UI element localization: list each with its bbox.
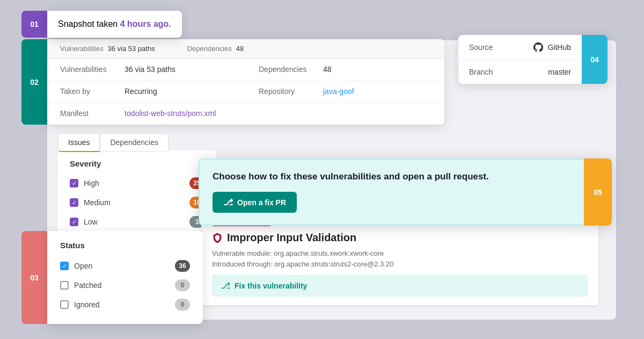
open-pr-button[interactable]: ⎇ Open a fix PR [213,192,297,213]
card-01-wrapper: 01 Snapshot taken 4 hours ago. [21,11,182,38]
card-02-header: Vulnerabilities36 via 53 paths Dependenc… [47,39,444,59]
card-01-content: Snapshot taken 4 hours ago. [47,11,182,38]
info-val-manifest[interactable]: todolist-web-struts/pom.xml [125,109,216,118]
info-row-takenby: Taken by Recurring [47,81,246,103]
source-value: GitHub [533,42,571,52]
tabs-area: Issues Dependencies [58,133,169,152]
tab-issues[interactable]: Issues [58,133,100,152]
card-03-content: Status Open 36 Patched 0 Ignored 0 [47,231,203,324]
card-03-wrapper: 03 Status Open 36 Patched 0 Ignored 0 [21,231,203,324]
severity-high-label: High [84,179,99,187]
severity-low-item: Low 1 [70,212,204,232]
vuln-desc1: Vulnerable module: org.apache.struts.xwo… [212,248,588,259]
info-lbl-repository: Repository [259,87,323,96]
info-val-repository[interactable]: java-goof [323,87,354,96]
severity-medium-item: Medium 10 [70,193,204,212]
tab-dependencies[interactable]: Dependencies [100,133,169,152]
status-patched-item: Patched 0 [60,276,190,295]
status-open-label: Open [74,262,92,270]
shield-icon [212,233,223,243]
info-row-repository: Repository java-goof [246,81,444,103]
fix-link[interactable]: ⎇ Fix this vulnerability [212,275,588,297]
status-ignored-count: 0 [175,299,190,311]
checkbox-medium[interactable] [70,198,78,207]
card-04-wrapper: Source GitHub Branch master 04 [458,35,608,84]
info-row-manifest: Manifest todolist-web-struts/pom.xml [47,103,444,125]
branch-label: Branch [469,68,548,76]
checkbox-high[interactable] [70,179,78,187]
pr-icon: ⎇ [223,197,233,207]
card-02-wrapper: 02 Vulnerabilities36 via 53 paths Depend… [21,39,444,125]
header-vuln-label: Vulnerabilities36 via 53 paths [60,45,155,53]
card-05-content: Choose how to fix these vulnerabilities … [199,158,584,226]
severity-high-item: High 25 [70,174,204,193]
status-patched-count: 0 [175,279,190,291]
info-lbl-manifest: Manifest [60,109,125,118]
header-dep-label: Dependencies48 [187,45,244,53]
info-lbl-takenby: Taken by [60,87,125,96]
info-row-dependencies: Dependencies 48 [246,59,444,81]
github-icon [533,42,543,52]
info-grid: Vulnerabilities 36 via 53 paths Dependen… [47,59,444,125]
snapshot-text: Snapshot taken 4 hours ago. [58,19,171,28]
fix-icon: ⎇ [221,280,230,291]
status-open-count: 36 [175,260,190,272]
status-open-item: Open 36 [60,256,190,276]
severity-low-label: Low [84,218,98,226]
severity-medium-label: Medium [84,198,111,207]
badge-04: 04 [582,35,608,84]
card-02-content: Vulnerabilities36 via 53 paths Dependenc… [47,39,444,125]
card-05-wrapper: Choose how to fix these vulnerabilities … [199,158,612,226]
source-row-branch: Branch master [458,60,582,84]
status-patched-label: Patched [74,281,101,290]
branch-value: master [548,68,571,76]
badge-02: 02 [21,39,47,125]
severity-title: Severity [70,159,204,168]
status-title: Status [60,241,190,250]
badge-01: 01 [21,11,47,38]
info-lbl-vulnerabilities: Vulnerabilities [60,65,125,74]
checkbox-patched[interactable] [60,281,69,290]
vuln-desc2: Introduced through: org.apache.struts:st… [212,259,588,270]
card-04-content: Source GitHub Branch master [458,35,582,84]
info-val-vulnerabilities: 36 via 53 paths [125,65,175,74]
badge-03: 03 [21,231,47,324]
checkbox-ignored[interactable] [60,300,69,309]
card-05-title: Choose how to fix these vulnerabilities … [213,171,571,182]
status-ignored-item: Ignored 0 [60,295,190,314]
severity-panel: Severity High 25 Medium 10 Low 1 [58,150,216,237]
badge-05: 05 [584,158,612,226]
info-val-takenby: Recurring [125,87,157,96]
info-val-dependencies: 48 [323,65,332,74]
info-row-vulnerabilities: Vulnerabilities 36 via 53 paths [47,59,246,81]
checkbox-low[interactable] [70,218,78,226]
source-row-source: Source GitHub [458,35,582,60]
vuln-title: Improper Input Validation [212,232,588,244]
info-lbl-dependencies: Dependencies [259,65,323,74]
status-ignored-label: Ignored [74,300,99,309]
checkbox-open[interactable] [60,262,69,270]
source-label: Source [469,43,533,52]
